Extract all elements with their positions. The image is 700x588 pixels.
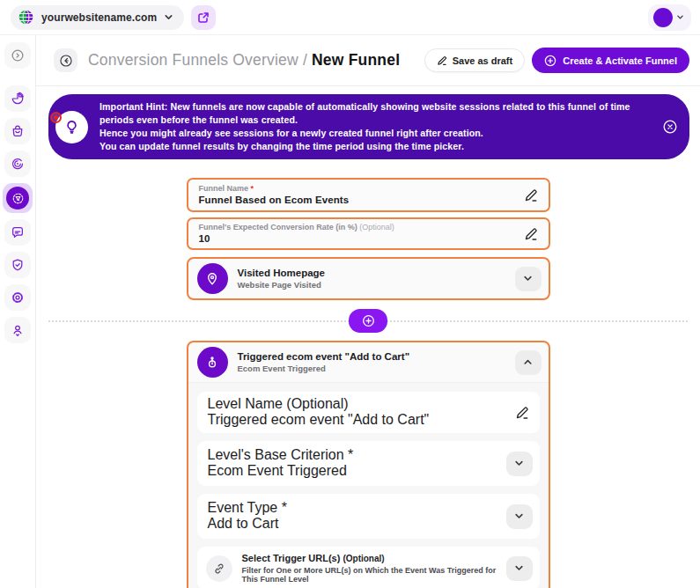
level-name-label: Level Name xyxy=(208,396,283,411)
dismiss-hint-button[interactable] xyxy=(661,118,679,136)
sidebar-item-sessions[interactable] xyxy=(4,151,31,177)
ecom-tag-icon xyxy=(197,347,228,378)
sidebar-item-orders[interactable] xyxy=(4,118,31,144)
pencil-icon xyxy=(515,406,529,420)
account-menu[interactable] xyxy=(648,4,691,31)
breadcrumb-parent: Conversion Funnels Overview / xyxy=(88,51,307,69)
level-1-expand-button[interactable] xyxy=(515,267,542,291)
arrow-left-icon xyxy=(59,54,73,68)
funnel-form: Funnel Name * Funnel Based on Ecom Event… xyxy=(36,159,700,588)
event-type-label: Event Type xyxy=(208,500,278,515)
sidebar-collapse-button[interactable] xyxy=(4,42,31,69)
header-actions: Save as draft Create & Activate Funnel xyxy=(424,48,689,73)
sidebar-item-settings[interactable] xyxy=(4,284,31,311)
back-button[interactable] xyxy=(54,48,77,72)
level-1-title: Visited Homepage xyxy=(238,268,326,278)
chevron-down-icon xyxy=(514,563,524,573)
conversion-rate-value: 10 xyxy=(199,233,538,244)
required-mark: * xyxy=(282,500,287,515)
chevron-down-icon xyxy=(523,274,533,283)
edit-funnel-name-button[interactable] xyxy=(524,188,538,202)
hint-text: Important Hint: New funnels are now capa… xyxy=(99,100,677,153)
breadcrumb-current: New Funnel xyxy=(312,51,400,69)
funnels-icon xyxy=(6,187,29,209)
event-type-value: Add to Cart xyxy=(208,516,529,532)
create-activate-funnel-label: Create & Activate Funnel xyxy=(563,55,677,66)
create-activate-funnel-button[interactable]: Create & Activate Funnel xyxy=(532,48,689,73)
funnel-name-field[interactable]: Funnel Name * Funnel Based on Ecom Event… xyxy=(187,178,550,212)
base-criterion-label: Level's Base Criterion xyxy=(208,447,344,462)
base-criterion-dropdown-button[interactable] xyxy=(506,452,533,476)
sidebar-item-feedback[interactable] xyxy=(4,219,31,246)
collapse-sidebar-icon xyxy=(11,48,25,62)
trigger-urls-field[interactable]: Select Trigger URL(s) (Optional) Filter … xyxy=(197,547,540,588)
sidebar-item-security[interactable] xyxy=(4,252,31,278)
website-name: yourwebsitename.com xyxy=(41,11,157,24)
lightbulb-icon xyxy=(64,120,79,135)
edit-level-name-button[interactable] xyxy=(515,406,529,420)
base-criterion-field[interactable]: Level's Base Criterion * Ecom Event Trig… xyxy=(197,441,540,486)
level-2-subtitle: Ecom Event Triggered xyxy=(238,364,410,373)
conversion-rate-field[interactable]: Funnel's Expected Conversion Rate (in %)… xyxy=(187,217,550,250)
sidebar-item-analytics[interactable] xyxy=(4,85,31,112)
main-content: Conversion Funnels Overview / New Funnel… xyxy=(36,35,700,588)
chevron-down-icon xyxy=(676,13,684,21)
plus-circle-icon xyxy=(544,55,556,67)
open-website-button[interactable] xyxy=(191,5,216,30)
required-mark: * xyxy=(348,447,353,462)
avatar xyxy=(653,8,673,27)
plus-circle-icon xyxy=(362,314,375,327)
level-name-value: Triggered ecom event "Add to Cart" xyxy=(208,412,529,428)
level-1-header[interactable]: Visited Homepage Website Page Visited xyxy=(188,259,549,298)
trigger-urls-subtitle: Filter for One or More URL(s) on Which t… xyxy=(242,566,497,584)
hint-line-3: You can update funnel results by changin… xyxy=(99,140,654,153)
edit-conversion-rate-button[interactable] xyxy=(524,227,538,241)
hint-line-2: Hence you might already see sessions for… xyxy=(99,127,654,140)
chevron-down-icon xyxy=(514,459,524,468)
funnel-name-label: Funnel Name xyxy=(199,184,249,193)
close-icon xyxy=(662,119,678,135)
external-link-icon xyxy=(197,11,210,24)
hint-banner: Important Hint: New funnels are now capa… xyxy=(48,94,689,159)
person-pin-icon xyxy=(11,323,25,337)
website-selector[interactable]: yourwebsitename.com xyxy=(11,5,184,30)
funnel-level-2-card: Triggered ecom event "Add to Cart" Ecom … xyxy=(187,341,550,588)
sessions-swirl-icon xyxy=(11,157,25,171)
level-2-collapse-button[interactable] xyxy=(515,350,542,375)
chevron-up-icon xyxy=(523,357,533,367)
funnel-level-1-card: Visited Homepage Website Page Visited xyxy=(187,257,550,300)
event-type-field[interactable]: Event Type * Add to Cart xyxy=(197,494,540,539)
sidebar xyxy=(0,35,36,588)
funnel-name-value: Funnel Based on Ecom Events xyxy=(199,195,538,205)
save-as-draft-button[interactable]: Save as draft xyxy=(424,48,525,72)
link-icon xyxy=(206,555,232,582)
optional-mark: (Optional) xyxy=(286,396,348,411)
page-title: Conversion Funnels Overview / New Funnel xyxy=(88,51,400,70)
pencil-icon xyxy=(437,55,447,66)
chevron-down-icon xyxy=(164,12,173,22)
globe-icon xyxy=(18,9,34,26)
sidebar-item-funnels[interactable] xyxy=(3,183,33,213)
topbar: yourwebsitename.com xyxy=(0,0,700,35)
chat-icon xyxy=(11,225,25,239)
chevron-down-icon xyxy=(514,511,524,521)
page-header: Conversion Funnels Overview / New Funnel… xyxy=(36,35,700,86)
event-type-dropdown-button[interactable] xyxy=(506,504,533,529)
conversion-rate-label: Funnel's Expected Conversion Rate (in %) xyxy=(199,223,357,232)
level-2-body: Level Name (Optional) Triggered ecom eve… xyxy=(188,382,549,588)
pencil-icon xyxy=(524,188,538,202)
location-pin-icon xyxy=(197,263,228,294)
level-2-header[interactable]: Triggered ecom event "Add to Cart" Ecom … xyxy=(188,342,549,382)
trigger-urls-label: Select Trigger URL(s) xyxy=(242,553,341,563)
recording-dot xyxy=(50,112,62,123)
hint-line-1: Important Hint: New funnels are now capa… xyxy=(99,100,654,127)
level-1-subtitle: Website Page Visited xyxy=(238,280,326,290)
level-name-field[interactable]: Level Name (Optional) Triggered ecom eve… xyxy=(197,392,540,433)
trigger-urls-dropdown-button[interactable] xyxy=(506,556,533,581)
pie-chart-icon xyxy=(11,92,25,106)
add-level-button-1[interactable] xyxy=(349,309,387,333)
gear-icon xyxy=(11,290,25,305)
shield-check-icon xyxy=(11,258,25,272)
sidebar-item-audience[interactable] xyxy=(4,317,31,343)
level-2-title: Triggered ecom event "Add to Cart" xyxy=(238,351,410,362)
